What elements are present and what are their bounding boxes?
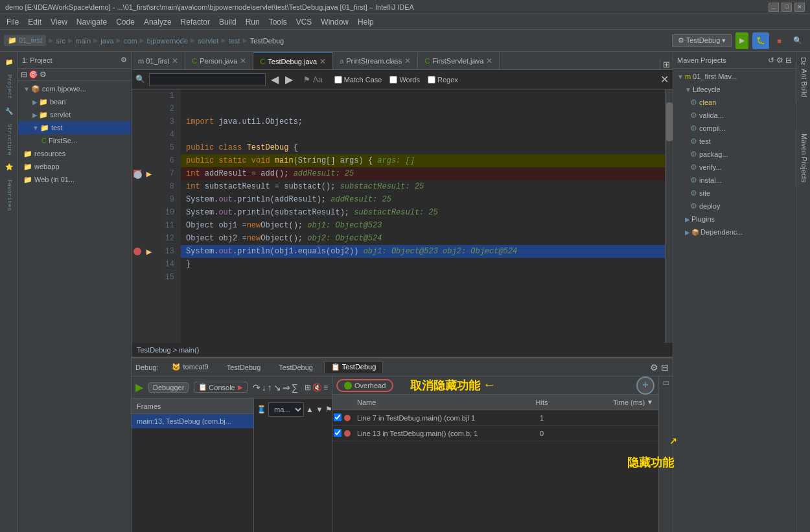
step-into-btn[interactable]: ↓ xyxy=(262,382,266,393)
search-close-btn[interactable]: ✕ xyxy=(660,73,669,86)
run-button[interactable]: ▶ xyxy=(735,32,748,49)
maven-install[interactable]: ⚙ instal... xyxy=(675,174,794,187)
maximize-btn[interactable]: □ xyxy=(781,3,792,12)
menu-build[interactable]: Build xyxy=(215,16,240,28)
menu-tools[interactable]: Tools xyxy=(265,16,291,28)
run-config-selector[interactable]: ⚙ TestDebug ▾ xyxy=(672,34,732,47)
debug-tab-testdebug-3[interactable]: 📋 TestDebug xyxy=(324,361,383,373)
search-case-btn[interactable]: Aa xyxy=(313,75,323,84)
maven-settings-btn[interactable]: ⚙ xyxy=(776,56,783,65)
debug-tab-testdebug-2[interactable]: TestDebug xyxy=(272,362,320,373)
maven-verify[interactable]: ⚙ verify... xyxy=(675,161,794,174)
bp-row-2-checkbox[interactable] xyxy=(334,429,341,437)
restore-layout-btn[interactable]: ⊞ xyxy=(305,383,311,392)
thread-nav-down[interactable]: ▼ xyxy=(316,405,323,414)
maven-package[interactable]: ⚙ packag... xyxy=(675,148,794,161)
words-checkbox[interactable] xyxy=(389,76,397,84)
debug-settings-btn[interactable]: ⚙ xyxy=(650,362,658,373)
maven-compile[interactable]: ⚙ compil... xyxy=(675,122,794,135)
menu-code[interactable]: Code xyxy=(112,16,139,28)
regex-option[interactable]: Regex xyxy=(428,76,458,84)
maven-deploy[interactable]: ⚙ deploy xyxy=(675,200,794,213)
tab-firstservlet[interactable]: C FirstServlet.java ✕ xyxy=(418,52,500,69)
frame-main-13[interactable]: main:13, TestDebug (com.bj... xyxy=(132,414,253,428)
maven-clean[interactable]: ⚙ clean xyxy=(675,96,794,109)
mute-btn[interactable]: 🔇 xyxy=(312,383,322,392)
bp-row-1[interactable]: Line 7 in TestDebug.main() (com.bjl 1 1 xyxy=(332,410,658,426)
tab-close-01first[interactable]: ✕ xyxy=(172,56,178,65)
locate-btn[interactable]: 🎯 xyxy=(29,70,38,79)
regex-checkbox[interactable] xyxy=(428,76,435,84)
database-icon[interactable]: 🗃 xyxy=(663,379,669,387)
tab-close-printstream[interactable]: ✕ xyxy=(404,56,411,65)
stop-button[interactable]: ■ xyxy=(773,32,785,49)
menu-refactor[interactable]: Refactor xyxy=(177,16,214,28)
tree-item-bean[interactable]: ▶ 📁 bean xyxy=(18,95,131,108)
window-controls[interactable]: _ □ ✕ xyxy=(769,3,805,12)
debugger-tab-btn[interactable]: Debugger xyxy=(148,382,189,393)
maven-lifecycle-group[interactable]: ▼ Lifecycle xyxy=(675,83,794,96)
editor-split-btn[interactable]: ⊞ xyxy=(663,60,670,69)
sidebar-structure-icon[interactable]: 🔧 xyxy=(1,104,17,119)
words-option[interactable]: Words xyxy=(389,76,420,84)
search-everywhere-btn[interactable]: 🔍 xyxy=(789,32,806,49)
menu-run[interactable]: Run xyxy=(242,16,264,28)
gutter-13[interactable] xyxy=(132,245,143,258)
collapse-all-btn[interactable]: ⊟ xyxy=(21,70,27,79)
vertical-scrollbar[interactable] xyxy=(665,89,673,343)
menu-edit[interactable]: Edit xyxy=(24,16,45,28)
debug-tab-testdebug-1[interactable]: TestDebug xyxy=(220,362,268,373)
tree-item-web[interactable]: 📁 Web (in 01... xyxy=(18,173,131,186)
tab-testdebug[interactable]: C TestDebug.java ✕ xyxy=(253,52,333,69)
console-tab-btn[interactable]: 📋 Console ▶ xyxy=(194,382,247,393)
maven-refresh-btn[interactable]: ↺ xyxy=(768,56,774,65)
bp-row-2[interactable]: Line 13 in TestDebug.main() (com.b, 1 0 xyxy=(332,426,658,441)
step-out-btn[interactable]: ↑ xyxy=(268,382,272,393)
tab-person[interactable]: C Person.java ✕ xyxy=(185,52,253,69)
tab-close-testdebug[interactable]: ✕ xyxy=(319,57,326,66)
tab-close-person[interactable]: ✕ xyxy=(240,56,246,65)
evaluate-btn[interactable]: ∑ xyxy=(292,382,298,393)
search-prev-btn[interactable]: ◀ xyxy=(270,73,280,86)
more-btn[interactable]: ≡ xyxy=(323,383,328,392)
gutter-7[interactable]: ⬤ xyxy=(132,167,143,180)
menu-window[interactable]: Window xyxy=(317,16,353,28)
menu-view[interactable]: View xyxy=(47,16,71,28)
menu-file[interactable]: File xyxy=(3,16,23,28)
maven-site[interactable]: ⚙ site xyxy=(675,187,794,200)
thread-nav-up[interactable]: ▲ xyxy=(306,405,314,414)
tree-item-com[interactable]: ▼ 📦 com.bjpowe... xyxy=(18,82,131,95)
search-filter-btn[interactable]: ⚑ xyxy=(303,75,310,84)
maven-validate[interactable]: ⚙ valida... xyxy=(675,109,794,122)
project-panel-settings[interactable]: ⚙ xyxy=(121,56,127,64)
code-content[interactable]: import java.util.Objects; public class T… xyxy=(181,89,665,343)
toolbar-module[interactable]: 📁 01_first xyxy=(4,35,46,46)
thread-filter-btn[interactable]: ⚑ xyxy=(325,405,332,414)
maven-dependencies-group[interactable]: ▶ 📦 Dependenc... xyxy=(675,226,794,238)
force-step-over-btn[interactable]: ⇒ xyxy=(283,382,290,393)
step-over-btn[interactable]: ↷ xyxy=(253,382,260,393)
menu-navigate[interactable]: Navigate xyxy=(73,16,111,28)
search-input[interactable] xyxy=(149,73,266,86)
menu-analyze[interactable]: Analyze xyxy=(140,16,176,28)
tab-01first[interactable]: m 01_first ✕ xyxy=(132,52,185,69)
debug-close-btn[interactable]: ⊟ xyxy=(661,362,669,373)
maven-collapse-btn[interactable]: ⊟ xyxy=(785,56,792,65)
tab-printstream[interactable]: a PrintStream.class ✕ xyxy=(333,52,418,69)
maven-test[interactable]: ⚙ test xyxy=(675,135,794,148)
match-case-option[interactable]: Match Case xyxy=(334,76,382,84)
match-case-checkbox[interactable] xyxy=(334,76,342,84)
sidebar-favorites-icon[interactable]: ⭐ xyxy=(1,159,17,175)
thread-dropdown[interactable]: ma... xyxy=(268,402,304,417)
tab-close-firstservlet[interactable]: ✕ xyxy=(486,56,492,65)
tree-item-resources[interactable]: 📁 resources xyxy=(18,147,131,160)
maven-project-item[interactable]: ▼ m 01_first Mav... xyxy=(675,70,794,83)
overhead-badge[interactable]: Overhead xyxy=(336,379,393,392)
debug-tab-tomcat9[interactable]: 🐱 tomcat9 xyxy=(165,361,215,373)
menu-help[interactable]: Help xyxy=(354,16,378,28)
menu-vcs[interactable]: VCS xyxy=(292,16,316,28)
debug-button[interactable]: 🐛 xyxy=(752,32,769,49)
run-to-cursor-btn[interactable]: ↘ xyxy=(273,382,281,393)
tree-item-servlet[interactable]: ▶ 📁 servlet xyxy=(18,108,131,121)
bp-add-button[interactable]: + xyxy=(636,376,654,395)
